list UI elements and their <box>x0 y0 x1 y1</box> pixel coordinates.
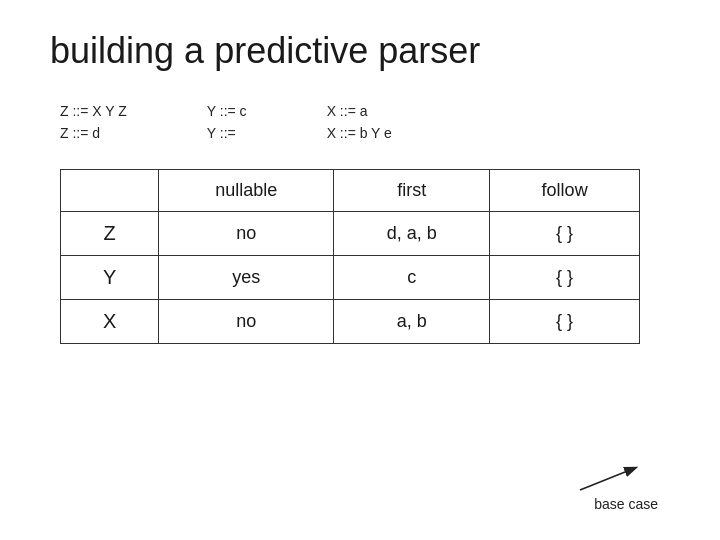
row-y-nullable: yes <box>159 255 334 299</box>
grammar-section: Z ::= X Y Z Z ::= d Y ::= c Y ::= X ::= … <box>60 100 670 145</box>
grammar-rule-x2: X ::= b Y e <box>327 122 392 144</box>
row-x-first: a, b <box>334 299 490 343</box>
table-row: X no a, b { } <box>61 299 640 343</box>
grammar-block-right: X ::= a X ::= b Y e <box>327 100 392 145</box>
grammar-block-left: Z ::= X Y Z Z ::= d <box>60 100 127 145</box>
col-header-follow: follow <box>490 169 640 211</box>
table-row: Z no d, a, b { } <box>61 211 640 255</box>
grammar-rule-z2: Z ::= d <box>60 122 127 144</box>
grammar-rule-y2: Y ::= <box>207 122 247 144</box>
row-y-first: c <box>334 255 490 299</box>
row-z-first: d, a, b <box>334 211 490 255</box>
row-x-follow: { } <box>490 299 640 343</box>
row-y-symbol: Y <box>61 255 159 299</box>
grammar-block-middle: Y ::= c Y ::= <box>207 100 247 145</box>
page-title: building a predictive parser <box>50 30 670 72</box>
table-row: Y yes c { } <box>61 255 640 299</box>
row-z-follow: { } <box>490 211 640 255</box>
svg-line-0 <box>580 468 635 490</box>
parse-table: nullable first follow Z no d, a, b { } Y… <box>60 169 640 344</box>
grammar-rule-x1: X ::= a <box>327 100 392 122</box>
grammar-rule-y1: Y ::= c <box>207 100 247 122</box>
col-header-symbol <box>61 169 159 211</box>
col-header-nullable: nullable <box>159 169 334 211</box>
grammar-rule-z1: Z ::= X Y Z <box>60 100 127 122</box>
base-case-label: base case <box>594 496 658 512</box>
parse-table-wrapper: nullable first follow Z no d, a, b { } Y… <box>60 169 670 344</box>
row-y-follow: { } <box>490 255 640 299</box>
table-header-row: nullable first follow <box>61 169 640 211</box>
row-x-symbol: X <box>61 299 159 343</box>
row-z-nullable: no <box>159 211 334 255</box>
base-case-arrow-icon <box>570 460 650 500</box>
col-header-first: first <box>334 169 490 211</box>
row-z-symbol: Z <box>61 211 159 255</box>
row-x-nullable: no <box>159 299 334 343</box>
page: building a predictive parser Z ::= X Y Z… <box>0 0 720 540</box>
